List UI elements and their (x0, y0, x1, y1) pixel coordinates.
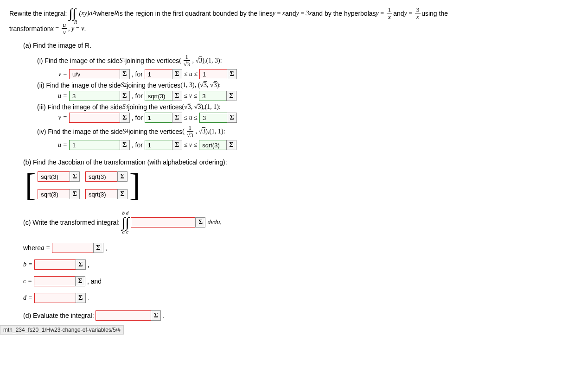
sigma-button[interactable]: Σ (76, 293, 86, 303)
sigma-button[interactable]: Σ (227, 69, 237, 79)
part-a-ii-inputs: u = Σ , for Σ ≤ v ≤ Σ (51, 91, 565, 101)
a-iv-input-2[interactable] (145, 140, 172, 150)
b-m21-input[interactable] (38, 189, 70, 199)
part-a-ii-prompt: (ii) Find the image of the side S2 joini… (37, 81, 565, 89)
a-i-input-1[interactable] (69, 69, 120, 79)
a-ii-input-1[interactable] (69, 91, 120, 101)
footer-path: mth_234_fs20_1/Hw23-change-of-variables/… (0, 325, 124, 335)
sigma-button[interactable]: Σ (195, 217, 205, 228)
b-m22-input[interactable] (85, 189, 118, 199)
sigma-button[interactable]: Σ (172, 140, 182, 150)
sigma-button[interactable]: Σ (120, 140, 130, 150)
sigma-button[interactable]: Σ (76, 259, 86, 270)
a-i-input-2[interactable] (145, 69, 172, 79)
sigma-button[interactable]: Σ (120, 91, 130, 101)
sigma-button[interactable]: Σ (70, 171, 80, 182)
integrand: (xy)dA (79, 10, 96, 17)
a-i-input-3[interactable] (199, 69, 227, 79)
problem-header-line1: Rewrite the integral: ∫∫ R (xy)dA where … (9, 6, 565, 20)
d-input[interactable] (96, 310, 151, 321)
part-a-iii-inputs: v = Σ , for Σ ≤ u ≤ Σ (51, 113, 565, 123)
part-a-iv-inputs: u = Σ , for Σ ≤ v ≤ Σ (51, 140, 565, 150)
sigma-button[interactable]: Σ (172, 69, 182, 79)
part-b-title: (b) Find the Jacobian of the transformat… (23, 158, 565, 166)
sigma-button[interactable]: Σ (226, 140, 236, 150)
part-a-i-inputs: v = Σ , for Σ ≤ u ≤ Σ (51, 69, 565, 79)
sigma-button[interactable]: Σ (117, 171, 128, 182)
part-a-title: (a) Find the image of R. (23, 42, 565, 49)
double-integral-icon: ∫∫ R (69, 7, 79, 20)
c-d-input[interactable] (34, 293, 76, 303)
c-a-input[interactable] (52, 243, 94, 253)
a-iv-input-1[interactable] (69, 140, 120, 150)
sigma-button[interactable]: Σ (120, 113, 130, 123)
c-d-row: d = Σ . (23, 293, 565, 303)
sigma-button[interactable]: Σ (70, 189, 80, 199)
sigma-button[interactable]: Σ (117, 189, 128, 199)
c-b-row: b = Σ , (23, 259, 565, 270)
a-iii-input-3[interactable] (199, 113, 227, 123)
sigma-button[interactable]: Σ (172, 91, 182, 101)
sigma-button[interactable]: Σ (75, 276, 85, 286)
right-bracket-icon: ] (128, 171, 142, 199)
b-m12-input[interactable] (85, 171, 118, 182)
a-iii-input-1[interactable] (69, 113, 120, 123)
part-c-title: (c) Write the transformed integral: (23, 219, 120, 226)
c-c-row: c = Σ , and (23, 276, 565, 286)
fraction: 1x (387, 6, 393, 20)
fraction: 3x (415, 6, 421, 20)
sigma-button[interactable]: Σ (172, 113, 182, 123)
part-a-i-prompt: (i) Find the image of the side S1 joinin… (37, 54, 565, 67)
part-d-title: (d) Evaluate the integral: (23, 312, 94, 319)
rewrite-label: Rewrite the integral: (9, 10, 67, 17)
c-integrand-input[interactable] (131, 217, 196, 228)
a-iv-input-3[interactable] (199, 140, 227, 150)
part-d-row: (d) Evaluate the integral: Σ . (23, 310, 565, 321)
problem-header-line2: transformation x = uv , y = v . (9, 22, 565, 35)
jacobian-matrix: [ Σ Σ Σ Σ ] (23, 170, 565, 201)
c-a-row: where a = Σ , (23, 243, 565, 253)
part-a-iii-prompt: (iii) Find the image of the side S3 join… (37, 103, 565, 111)
integral-icon: d ∫ c (125, 210, 129, 234)
sigma-button[interactable]: Σ (226, 91, 236, 101)
left-bracket-icon: [ (23, 171, 38, 199)
a-ii-input-3[interactable] (199, 91, 227, 101)
part-a-iv-prompt: (iv) Find the image of the side S4 joini… (37, 125, 565, 138)
a-ii-input-2[interactable] (145, 91, 172, 101)
a-iii-input-2[interactable] (145, 113, 172, 123)
c-b-input[interactable] (34, 259, 76, 270)
part-c-line: (c) Write the transformed integral: b ∫ … (23, 210, 565, 234)
sigma-button[interactable]: Σ (151, 310, 161, 321)
sigma-button[interactable]: Σ (227, 113, 237, 123)
sigma-button[interactable]: Σ (120, 69, 130, 79)
sigma-button[interactable]: Σ (93, 243, 103, 253)
fraction: uv (62, 22, 68, 35)
b-m11-input[interactable] (38, 171, 70, 182)
c-c-input[interactable] (34, 276, 76, 286)
